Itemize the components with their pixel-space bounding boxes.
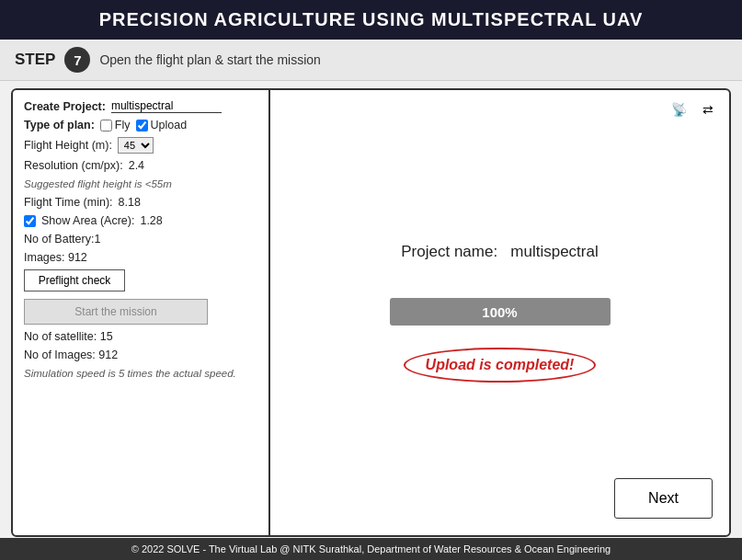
preflight-check-button[interactable]: Preflight check xyxy=(24,269,125,291)
type-of-plan-row: Type of plan: Fly Upload xyxy=(24,119,257,131)
main-content: Create Project: Type of plan: Fly Upload… xyxy=(11,88,731,537)
step-description: Open the flight plan & start the mission xyxy=(99,52,320,67)
refresh-icon[interactable]: ⇄ xyxy=(696,99,720,120)
no-images-row: No of Images: 912 xyxy=(24,349,257,361)
flight-height-label: Flight Height (m): xyxy=(24,139,112,152)
upload-label: Upload xyxy=(151,119,188,131)
satellite-label: No of satellite: 15 xyxy=(24,330,113,343)
next-button[interactable]: Next xyxy=(614,478,713,519)
satellite-icon[interactable]: 📡 xyxy=(667,99,691,120)
project-name-prefix: Project name: xyxy=(401,243,497,260)
show-area-checkbox[interactable] xyxy=(24,215,36,227)
show-area-row: Show Area (Acre): 1.28 xyxy=(24,214,257,227)
images-label: Images: 912 xyxy=(24,251,87,264)
create-project-label: Create Project: xyxy=(24,100,106,113)
satellite-row: No of satellite: 15 xyxy=(24,330,257,343)
flight-time-label: Flight Time (min): xyxy=(24,196,113,209)
suggested-height-row: Suggested flight height is <55m xyxy=(24,177,257,190)
show-area-value: 1.28 xyxy=(140,214,162,227)
fly-checkbox[interactable] xyxy=(100,120,112,131)
upload-checkbox-label[interactable]: Upload xyxy=(136,119,188,131)
progress-label: 100% xyxy=(482,304,517,320)
project-name-input[interactable] xyxy=(111,99,222,113)
project-name-value: multispectral xyxy=(510,243,598,260)
right-panel: 📡 ⇄ Project name: multispectral 100% Upl… xyxy=(270,90,729,535)
simulation-note-row: Simulation speed is 5 times the actual s… xyxy=(24,367,257,380)
step-bar: STEP 7 Open the flight plan & start the … xyxy=(0,40,742,81)
left-panel: Create Project: Type of plan: Fly Upload… xyxy=(13,90,270,535)
upload-checkbox[interactable] xyxy=(136,120,148,131)
no-images-label: No of Images: 912 xyxy=(24,349,118,361)
resolution-value: 2.4 xyxy=(129,159,144,172)
upload-complete-badge: Upload is completed! xyxy=(404,348,597,383)
step-number: 7 xyxy=(64,47,90,73)
flight-height-row: Flight Height (m): 45 30 60 xyxy=(24,137,257,154)
battery-row: No of Battery:1 xyxy=(24,233,257,246)
fly-label: Fly xyxy=(115,119,131,131)
flight-height-select[interactable]: 45 30 60 xyxy=(118,137,154,154)
fly-checkbox-label[interactable]: Fly xyxy=(100,119,131,131)
header-title: PRECISION AGRICULTURE USING MULTISPECTRA… xyxy=(99,9,644,29)
simulation-note: Simulation speed is 5 times the actual s… xyxy=(24,368,236,379)
footer: © 2022 SOLVE - The Virtual Lab @ NITK Su… xyxy=(0,538,742,560)
show-area-label: Show Area (Acre): xyxy=(41,214,134,227)
footer-text: © 2022 SOLVE - The Virtual Lab @ NITK Su… xyxy=(131,543,611,554)
step-label: STEP xyxy=(15,51,55,69)
resolution-label: Resolution (cm/px): xyxy=(24,159,123,172)
top-icons: 📡 ⇄ xyxy=(667,99,720,120)
suggested-height-text: Suggested flight height is <55m xyxy=(24,178,172,189)
start-mission-row: Start the mission xyxy=(24,297,257,325)
flight-time-value: 8.18 xyxy=(119,196,141,209)
project-name-display: Project name: multispectral xyxy=(401,243,598,261)
page-header: PRECISION AGRICULTURE USING MULTISPECTRA… xyxy=(0,0,742,40)
preflight-btn-row: Preflight check xyxy=(24,269,257,291)
create-project-row: Create Project: xyxy=(24,99,257,113)
flight-time-row: Flight Time (min): 8.18 xyxy=(24,196,257,209)
resolution-row: Resolution (cm/px): 2.4 xyxy=(24,159,257,172)
start-mission-button[interactable]: Start the mission xyxy=(24,299,208,325)
type-plan-label: Type of plan: xyxy=(24,119,95,131)
battery-label: No of Battery:1 xyxy=(24,233,100,246)
progress-bar: 100% xyxy=(390,298,611,326)
images-row: Images: 912 xyxy=(24,251,257,264)
